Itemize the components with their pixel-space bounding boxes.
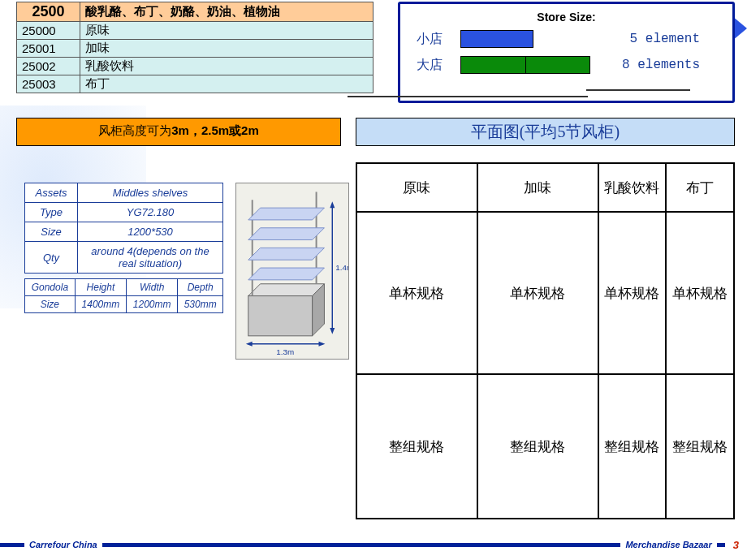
category-header-desc: 酸乳酪、布丁、奶酪、奶油、植物油 [80,2,374,22]
svg-marker-11 [330,328,335,334]
cat-row-code: 25003 [17,75,80,93]
plano-header: 加味 [477,163,598,212]
svg-marker-6 [248,248,325,260]
assets-qty-value: around 4(depends on the real situation) [78,242,223,274]
large-store-elements: 8 elements [622,58,700,72]
cat-row-desc: 乳酸饮料 [80,58,374,75]
cat-row-desc: 原味 [80,22,374,40]
plano-header: 乳酸饮料 [598,163,667,212]
svg-marker-14 [319,342,326,347]
shelf-svg-icon: 1.4m 1.3m [236,183,348,359]
assets-type-value: YG72.180 [78,203,223,222]
plano-cell: 单杯规格 [666,212,734,374]
small-store-label: 小店 [417,31,449,48]
banner-cabinet-height: 风柜高度可为3m，2.5m或2m [16,118,341,146]
footer-left: Carrefour China [24,540,102,549]
large-store-label: 大店 [417,57,449,74]
plano-header: 原味 [356,163,477,212]
plano-cell: 整组规格 [598,374,667,519]
svg-marker-7 [248,228,325,240]
svg-rect-0 [248,296,313,336]
store-size-box: Store Size: 小店 5 element 大店 8 elements [398,2,735,103]
gondola-depth-value: 530mm [178,296,223,313]
assets-header: Assets [25,183,78,203]
shelf-diagram: 1.4m 1.3m [235,183,349,360]
svg-marker-1 [248,284,325,296]
small-store-elements: 5 element [630,32,700,46]
plano-cell: 整组规格 [666,374,734,519]
shelf-height-label: 1.4m [335,263,348,272]
category-table: 2500 酸乳酪、布丁、奶酪、奶油、植物油 25000原味 25001加味 25… [16,2,374,93]
footer: Carrefour China Merchandise Bazaar 3 [0,536,747,554]
planogram-grid: 原味 加味 乳酸饮料 布丁 单杯规格 单杯规格 单杯规格 单杯规格 整组规格 整… [356,162,735,519]
assets-header-val: Middles shelves [78,183,223,203]
cat-row-code: 25001 [17,40,80,58]
gondola-width-value: 1200mm [127,296,178,313]
gondola-col-depth: Depth [178,279,223,296]
store-size-title: Store Size: [417,11,716,24]
cat-row-code: 25000 [17,22,80,40]
svg-marker-10 [330,201,335,208]
plano-header: 布丁 [666,163,734,212]
gondola-row-label: Size [25,296,76,313]
divider-line [348,96,588,97]
svg-marker-8 [248,208,325,220]
assets-size-label: Size [25,222,78,242]
gondola-table: Gondola Height Width Depth Size 1400mm 1… [24,278,223,313]
cat-row-desc: 布丁 [80,75,374,93]
divider-line [586,89,690,91]
category-header-code: 2500 [17,2,80,22]
assets-size-value: 1200*530 [78,222,223,242]
assets-qty-label: Qty [25,242,78,274]
plano-cell: 整组规格 [356,374,477,519]
large-store-bar-icon [460,56,590,74]
footer-page-number: 3 [725,539,747,551]
plano-cell: 整组规格 [477,374,598,519]
gondola-header: Gondola [25,279,76,296]
small-store-bar-icon [460,30,533,48]
cat-row-desc: 加味 [80,40,374,58]
assets-type-label: Type [25,203,78,222]
svg-marker-13 [246,342,253,347]
plano-cell: 单杯规格 [598,212,667,374]
plano-cell: 单杯规格 [356,212,477,374]
gondola-col-width: Width [127,279,178,296]
gondola-height-value: 1400mm [75,296,126,313]
assets-table: AssetsMiddles shelves TypeYG72.180 Size1… [24,183,223,274]
cat-row-code: 25002 [17,58,80,75]
gondola-col-height: Height [75,279,126,296]
banner-orange-values: 3m，2.5m或2m [171,123,259,137]
shelf-width-label: 1.3m [276,347,294,356]
plano-cell: 单杯规格 [477,212,598,374]
banner-orange-prefix: 风柜高度可为 [98,123,171,137]
banner-planogram-title: 平面图(平均5节风柜) [356,118,735,146]
svg-marker-5 [248,268,325,280]
footer-right: Merchandise Bazaar [620,540,716,549]
